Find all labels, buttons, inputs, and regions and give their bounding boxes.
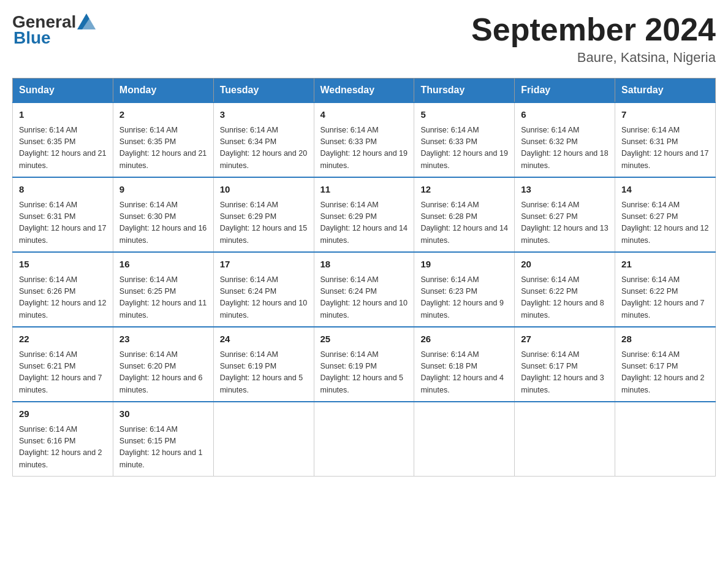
calendar-header-friday: Friday	[515, 79, 615, 103]
day-info: Sunrise: 6:14 AMSunset: 6:17 PMDaylight:…	[621, 349, 709, 397]
day-info: Sunrise: 6:14 AMSunset: 6:31 PMDaylight:…	[621, 124, 709, 172]
calendar-day-cell: 13Sunrise: 6:14 AMSunset: 6:27 PMDayligh…	[515, 177, 615, 252]
day-info: Sunrise: 6:14 AMSunset: 6:29 PMDaylight:…	[220, 199, 308, 247]
day-info: Sunrise: 6:14 AMSunset: 6:27 PMDaylight:…	[521, 199, 609, 247]
day-info: Sunrise: 6:14 AMSunset: 6:33 PMDaylight:…	[320, 124, 408, 172]
day-number: 13	[521, 183, 609, 197]
calendar-day-cell: 26Sunrise: 6:14 AMSunset: 6:18 PMDayligh…	[414, 327, 515, 402]
calendar-day-cell	[515, 402, 615, 477]
calendar-day-cell: 22Sunrise: 6:14 AMSunset: 6:21 PMDayligh…	[13, 327, 113, 402]
day-number: 12	[420, 183, 508, 197]
logo-text-blue: Blue	[12, 28, 51, 48]
calendar-day-cell: 28Sunrise: 6:14 AMSunset: 6:17 PMDayligh…	[615, 327, 716, 402]
day-number: 17	[220, 258, 308, 272]
day-info: Sunrise: 6:14 AMSunset: 6:22 PMDaylight:…	[521, 274, 609, 322]
day-info: Sunrise: 6:14 AMSunset: 6:23 PMDaylight:…	[420, 274, 508, 322]
day-number: 3	[220, 108, 308, 122]
day-number: 10	[220, 183, 308, 197]
calendar-header-sunday: Sunday	[13, 79, 113, 103]
day-number: 2	[119, 108, 207, 122]
day-info: Sunrise: 6:14 AMSunset: 6:22 PMDaylight:…	[621, 274, 709, 322]
day-info: Sunrise: 6:14 AMSunset: 6:19 PMDaylight:…	[320, 349, 408, 397]
calendar-day-cell: 25Sunrise: 6:14 AMSunset: 6:19 PMDayligh…	[314, 327, 414, 402]
calendar-day-cell: 21Sunrise: 6:14 AMSunset: 6:22 PMDayligh…	[615, 252, 716, 327]
day-number: 5	[420, 108, 508, 122]
day-info: Sunrise: 6:14 AMSunset: 6:16 PMDaylight:…	[19, 424, 107, 472]
day-info: Sunrise: 6:14 AMSunset: 6:20 PMDaylight:…	[119, 349, 207, 397]
day-info: Sunrise: 6:14 AMSunset: 6:27 PMDaylight:…	[621, 199, 709, 247]
day-number: 19	[420, 258, 508, 272]
calendar-day-cell: 23Sunrise: 6:14 AMSunset: 6:20 PMDayligh…	[113, 327, 213, 402]
main-title: September 2024	[471, 12, 716, 47]
day-number: 24	[220, 332, 308, 347]
day-number: 27	[521, 332, 609, 347]
day-number: 28	[621, 332, 709, 347]
calendar-day-cell: 9Sunrise: 6:14 AMSunset: 6:30 PMDaylight…	[113, 177, 213, 252]
calendar-header-tuesday: Tuesday	[213, 79, 314, 103]
calendar-header-row: SundayMondayTuesdayWednesdayThursdayFrid…	[13, 79, 716, 103]
day-number: 16	[119, 258, 207, 272]
calendar-day-cell: 11Sunrise: 6:14 AMSunset: 6:29 PMDayligh…	[314, 177, 414, 252]
day-number: 18	[320, 258, 408, 272]
calendar-day-cell: 20Sunrise: 6:14 AMSunset: 6:22 PMDayligh…	[515, 252, 615, 327]
calendar-week-row: 22Sunrise: 6:14 AMSunset: 6:21 PMDayligh…	[13, 327, 716, 402]
day-info: Sunrise: 6:14 AMSunset: 6:24 PMDaylight:…	[220, 274, 308, 322]
day-info: Sunrise: 6:14 AMSunset: 6:34 PMDaylight:…	[220, 124, 308, 172]
calendar-day-cell: 19Sunrise: 6:14 AMSunset: 6:23 PMDayligh…	[414, 252, 515, 327]
calendar-day-cell: 12Sunrise: 6:14 AMSunset: 6:28 PMDayligh…	[414, 177, 515, 252]
calendar-day-cell	[414, 402, 515, 477]
title-section: September 2024 Baure, Katsina, Nigeria	[471, 12, 716, 66]
day-info: Sunrise: 6:14 AMSunset: 6:15 PMDaylight:…	[119, 424, 207, 472]
calendar-week-row: 29Sunrise: 6:14 AMSunset: 6:16 PMDayligh…	[13, 402, 716, 477]
page-header: General Blue September 2024 Baure, Katsi…	[12, 12, 716, 66]
calendar-day-cell: 29Sunrise: 6:14 AMSunset: 6:16 PMDayligh…	[13, 402, 113, 477]
calendar-day-cell: 10Sunrise: 6:14 AMSunset: 6:29 PMDayligh…	[213, 177, 314, 252]
calendar-day-cell: 6Sunrise: 6:14 AMSunset: 6:32 PMDaylight…	[515, 102, 615, 177]
calendar-day-cell: 14Sunrise: 6:14 AMSunset: 6:27 PMDayligh…	[615, 177, 716, 252]
calendar-day-cell: 15Sunrise: 6:14 AMSunset: 6:26 PMDayligh…	[13, 252, 113, 327]
day-info: Sunrise: 6:14 AMSunset: 6:25 PMDaylight:…	[119, 274, 207, 322]
day-number: 20	[521, 258, 609, 272]
day-number: 21	[621, 258, 709, 272]
day-info: Sunrise: 6:14 AMSunset: 6:17 PMDaylight:…	[521, 349, 609, 397]
calendar-day-cell: 8Sunrise: 6:14 AMSunset: 6:31 PMDaylight…	[13, 177, 113, 252]
calendar-day-cell: 2Sunrise: 6:14 AMSunset: 6:35 PMDaylight…	[113, 102, 213, 177]
day-number: 6	[521, 108, 609, 122]
day-info: Sunrise: 6:14 AMSunset: 6:32 PMDaylight:…	[521, 124, 609, 172]
day-info: Sunrise: 6:14 AMSunset: 6:35 PMDaylight:…	[119, 124, 207, 172]
day-info: Sunrise: 6:14 AMSunset: 6:18 PMDaylight:…	[420, 349, 508, 397]
calendar-header-thursday: Thursday	[414, 79, 515, 103]
day-number: 14	[621, 183, 709, 197]
calendar-header-wednesday: Wednesday	[314, 79, 414, 103]
calendar-day-cell: 5Sunrise: 6:14 AMSunset: 6:33 PMDaylight…	[414, 102, 515, 177]
logo-icon	[77, 13, 96, 29]
calendar-header-saturday: Saturday	[615, 79, 716, 103]
calendar-day-cell: 27Sunrise: 6:14 AMSunset: 6:17 PMDayligh…	[515, 327, 615, 402]
day-info: Sunrise: 6:14 AMSunset: 6:24 PMDaylight:…	[320, 274, 408, 322]
day-info: Sunrise: 6:14 AMSunset: 6:26 PMDaylight:…	[19, 274, 107, 322]
day-info: Sunrise: 6:14 AMSunset: 6:19 PMDaylight:…	[220, 349, 308, 397]
calendar-week-row: 15Sunrise: 6:14 AMSunset: 6:26 PMDayligh…	[13, 252, 716, 327]
day-number: 29	[19, 407, 107, 421]
day-info: Sunrise: 6:14 AMSunset: 6:35 PMDaylight:…	[19, 124, 107, 172]
calendar-day-cell: 7Sunrise: 6:14 AMSunset: 6:31 PMDaylight…	[615, 102, 716, 177]
calendar-day-cell: 30Sunrise: 6:14 AMSunset: 6:15 PMDayligh…	[113, 402, 213, 477]
calendar-day-cell	[314, 402, 414, 477]
day-number: 26	[420, 332, 508, 347]
calendar-week-row: 1Sunrise: 6:14 AMSunset: 6:35 PMDaylight…	[13, 102, 716, 177]
day-number: 25	[320, 332, 408, 347]
calendar-day-cell: 1Sunrise: 6:14 AMSunset: 6:35 PMDaylight…	[13, 102, 113, 177]
calendar-table: SundayMondayTuesdayWednesdayThursdayFrid…	[12, 78, 716, 477]
calendar-day-cell	[615, 402, 716, 477]
day-info: Sunrise: 6:14 AMSunset: 6:30 PMDaylight:…	[119, 199, 207, 247]
day-number: 11	[320, 183, 408, 197]
day-number: 9	[119, 183, 207, 197]
day-info: Sunrise: 6:14 AMSunset: 6:33 PMDaylight:…	[420, 124, 508, 172]
calendar-day-cell: 16Sunrise: 6:14 AMSunset: 6:25 PMDayligh…	[113, 252, 213, 327]
calendar-day-cell: 4Sunrise: 6:14 AMSunset: 6:33 PMDaylight…	[314, 102, 414, 177]
calendar-day-cell	[213, 402, 314, 477]
calendar-header-monday: Monday	[113, 79, 213, 103]
calendar-day-cell: 24Sunrise: 6:14 AMSunset: 6:19 PMDayligh…	[213, 327, 314, 402]
day-number: 22	[19, 332, 107, 347]
day-info: Sunrise: 6:14 AMSunset: 6:21 PMDaylight:…	[19, 349, 107, 397]
